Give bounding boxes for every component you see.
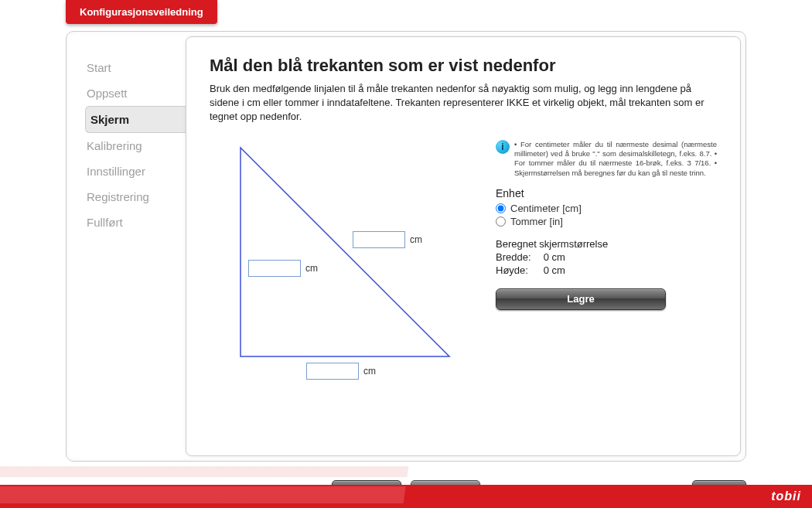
sidebar-item-innstillinger[interactable]: Innstillinger [85,159,186,184]
sidebar-item-skjerm[interactable]: Skjerm [85,106,190,133]
unit-radio-in-label: Tommer [in] [510,216,563,227]
unit-radio-in-input[interactable] [496,216,506,227]
page-lead: Bruk den medfølgende linjalen til å måle… [210,82,717,124]
triangle-area: cm cm cm [210,140,480,403]
hypotenuse-field: cm [353,231,422,248]
content-pane: Mål den blå trekanten som er vist nedenf… [186,36,741,456]
base-field: cm [306,363,376,380]
triangle-svg [225,140,457,372]
calc-label: Beregnet skjermstørrelse [496,238,717,250]
height-field: cm [248,260,318,277]
base-input[interactable] [306,363,359,380]
unit-radio-cm-label: Centimeter [cm] [510,203,582,214]
brand-logo: tobii [771,489,801,503]
sidebar-item-oppsett[interactable]: Oppsett [85,80,186,106]
unit-radio-cm-input[interactable] [496,203,506,213]
height-input[interactable] [248,260,301,277]
calc-width-row: Bredde: 0 cm [496,251,717,263]
sidebar-item-kalibrering[interactable]: Kalibrering [85,133,186,159]
calc-height-value: 0 cm [544,264,565,276]
base-unit: cm [363,366,376,377]
right-column: i • For centimeter måler du til nærmeste… [480,140,717,403]
hypotenuse-unit: cm [410,234,422,245]
sidebar-item-registrering[interactable]: Registrering [85,184,186,210]
info-box: i • For centimeter måler du til nærmeste… [496,140,717,178]
unit-label: Enhet [496,187,717,199]
calc-width-value: 0 cm [544,251,565,263]
svg-marker-0 [241,148,449,356]
info-icon: i [496,140,510,154]
save-button[interactable]: Lagre [496,288,666,310]
header-tab: Konfigurasjonsveiledning [66,0,217,24]
page-title: Mål den blå trekanten som er vist nedenf… [210,56,717,76]
unit-radio-in[interactable]: Tommer [in] [496,216,717,227]
info-text: • For centimeter måler du til nærmeste d… [514,140,717,178]
hypotenuse-input[interactable] [353,231,405,248]
calc-height-label: Høyde: [496,264,541,276]
height-unit: cm [305,263,318,274]
unit-radio-cm[interactable]: Centimeter [cm] [496,203,717,214]
sidebar-item-fullfort[interactable]: Fullført [85,210,186,235]
sidebar-item-start[interactable]: Start [85,55,186,80]
sidebar: Start Oppsett Skjerm Kalibrering Innstil… [71,36,186,456]
calc-height-row: Høyde: 0 cm [496,264,717,276]
footer-stripe: tobii [0,485,812,508]
calc-width-label: Bredde: [496,251,541,263]
wizard-panel: Start Oppsett Skjerm Kalibrering Innstil… [66,31,746,462]
